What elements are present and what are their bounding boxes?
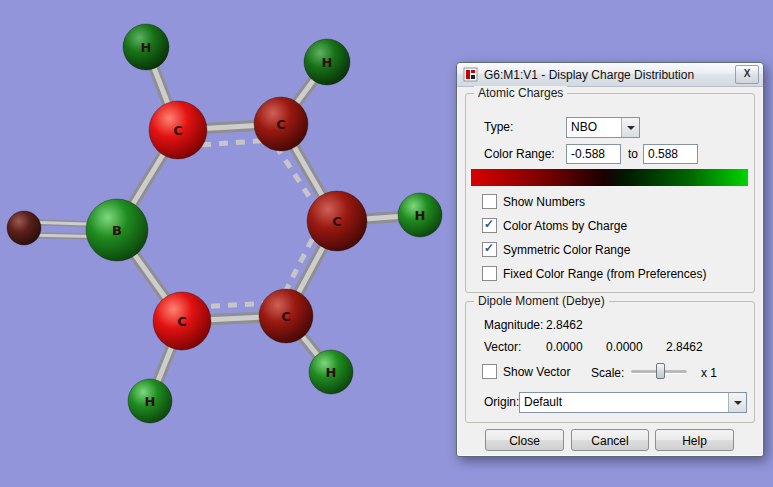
color-range-max-input[interactable]	[643, 144, 698, 164]
symmetric-range-row[interactable]: Symmetric Color Range	[482, 242, 630, 257]
close-button[interactable]: Close	[485, 429, 564, 451]
atom-label: C	[276, 117, 286, 132]
scale-factor-value: x 1	[701, 366, 717, 380]
close-icon[interactable]: X	[735, 65, 759, 84]
atom-label: C	[332, 214, 342, 229]
show-vector-label: Show Vector	[503, 365, 570, 379]
show-vector-row[interactable]: Show Vector	[482, 364, 570, 379]
origin-dropdown-value: Default	[520, 393, 728, 412]
vector-y-value: 0.0000	[606, 340, 643, 354]
vector-z-value: 2.8462	[666, 340, 703, 354]
color-atoms-checkbox[interactable]	[482, 218, 497, 233]
scale-slider[interactable]	[631, 362, 687, 380]
chevron-down-icon[interactable]	[621, 118, 639, 137]
cancel-button[interactable]: Cancel	[571, 429, 649, 451]
atom-sphere[interactable]	[7, 211, 41, 245]
type-dropdown[interactable]: NBO	[566, 117, 640, 138]
atom-label: H	[145, 394, 156, 409]
dialog-icon	[463, 67, 478, 82]
show-vector-checkbox[interactable]	[482, 364, 497, 379]
atom-label: H	[415, 208, 426, 223]
atom-label: C	[173, 123, 183, 138]
atom-label: C	[281, 309, 291, 324]
atom-label: B	[112, 223, 122, 238]
help-button[interactable]: Help	[655, 429, 734, 451]
dialog-charge-distribution: G6:M1:V1 - Display Charge Distribution X…	[456, 62, 764, 457]
origin-dropdown[interactable]: Default	[519, 392, 747, 413]
atom-label: H	[141, 40, 152, 55]
scale-label: Scale:	[591, 366, 624, 380]
type-dropdown-value: NBO	[567, 118, 621, 137]
vector-x-value: 0.0000	[546, 340, 583, 354]
origin-label: Origin:	[484, 395, 519, 409]
show-numbers-label: Show Numbers	[503, 195, 585, 209]
scale-slider-thumb[interactable]	[656, 363, 665, 379]
color-range-to-label: to	[628, 147, 638, 161]
dialog-titlebar[interactable]: G6:M1:V1 - Display Charge Distribution X	[457, 63, 763, 87]
atom-label: H	[322, 55, 333, 70]
magnitude-value: 2.8462	[546, 318, 583, 332]
vector-label: Vector:	[484, 340, 521, 354]
chevron-down-icon[interactable]	[728, 393, 746, 412]
fixed-range-row[interactable]: Fixed Color Range (from Preferences)	[482, 266, 706, 281]
color-atoms-row[interactable]: Color Atoms by Charge	[482, 218, 627, 233]
type-label: Type:	[484, 120, 513, 134]
magnitude-label: Magnitude:	[484, 318, 543, 332]
atom-label: C	[177, 314, 187, 329]
dipole-moment-group-label: Dipole Moment (Debye)	[474, 294, 609, 308]
show-numbers-checkbox[interactable]	[482, 194, 497, 209]
fixed-range-label: Fixed Color Range (from Preferences)	[503, 267, 706, 281]
dialog-title: G6:M1:V1 - Display Charge Distribution	[484, 68, 735, 82]
symmetric-range-checkbox[interactable]	[482, 242, 497, 257]
app-canvas: HHCCBCHCCHH G6:M1:V1 - Display Charge Di…	[0, 0, 773, 487]
charge-color-gradient-bar	[471, 169, 748, 186]
color-range-label: Color Range:	[484, 147, 555, 161]
fixed-range-checkbox[interactable]	[482, 266, 497, 281]
color-atoms-label: Color Atoms by Charge	[503, 219, 627, 233]
dialog-body: Atomic Charges Type: NBO Color Range: to…	[457, 87, 763, 456]
atomic-charges-group-label: Atomic Charges	[474, 86, 567, 100]
show-numbers-row[interactable]: Show Numbers	[482, 194, 585, 209]
atom-label: H	[326, 365, 337, 380]
color-range-min-input[interactable]	[566, 144, 621, 164]
symmetric-range-label: Symmetric Color Range	[503, 243, 630, 257]
